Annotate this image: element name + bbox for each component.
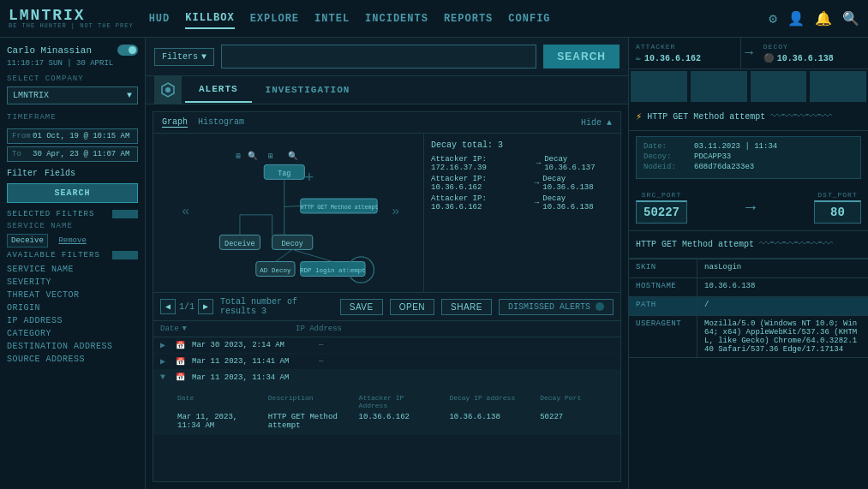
company-select[interactable]: LMNTRIX ▼ <box>7 86 138 104</box>
filter-threat-vector[interactable]: THREAT VECTOR <box>7 289 138 301</box>
graph-tab-graph[interactable]: Graph <box>162 117 188 128</box>
svg-line-28 <box>292 249 332 261</box>
filter-destination-address[interactable]: DESTINATION ADDRESS <box>7 340 138 353</box>
dt-skin-val: nasLogin <box>697 259 868 277</box>
detail-val-desc: HTTP GET Method attempt <box>268 413 342 430</box>
detail-table: SKIN nasLogin HOSTNAME 10.36.6.138 PATH … <box>629 259 868 489</box>
info-date-val: 03.11.2023 | 11:34 <box>694 142 777 151</box>
company-label: SELECT COMPANY <box>7 75 138 83</box>
expand-icon: ▶ <box>160 340 169 350</box>
nav-item-config[interactable]: CONFIG <box>508 9 550 28</box>
nav-item-intel[interactable]: INTEL <box>314 9 350 28</box>
row-date: Mar 11 2023, 11:34 AM <box>192 373 312 382</box>
filter-items-list: SERVICE NAME SEVERITY THREAT VECTOR ORIG… <box>7 263 138 366</box>
color-bar-3 <box>751 71 807 102</box>
filter-link[interactable]: Filter <box>7 169 38 178</box>
open-button[interactable]: OPEN <box>390 299 434 315</box>
filter-category[interactable]: CaTeGoRY <box>7 327 138 340</box>
search-input[interactable] <box>221 45 536 69</box>
table-row[interactable]: ▶ 📅 Mar 11 2023, 11:41 AM — <box>153 354 620 370</box>
detail-val-date: Mar 11, 2023, 11:34 AM <box>177 413 251 430</box>
edit-icon: ✏ <box>636 53 641 63</box>
save-button[interactable]: SAVE <box>340 299 383 315</box>
detail-col-decay: Decay IP address <box>449 394 523 409</box>
tab-investigation[interactable]: INVESTIGATION <box>252 78 364 102</box>
filters-chevron: ▼ <box>201 52 207 62</box>
table-header: Date ▼ IP Address <box>153 321 620 337</box>
from-input[interactable]: From 01 Oct, 19 @ 10:15 AM <box>7 128 138 144</box>
search-icon[interactable]: 🔍 <box>842 10 859 27</box>
svg-point-1 <box>165 87 171 92</box>
detail-val-port: 50227 <box>540 413 614 430</box>
to-input[interactable]: To 30 Apr, 23 @ 11:07 AM <box>7 146 138 162</box>
nav-item-incidents[interactable]: INCIDENTS <box>365 9 428 28</box>
settings-icon[interactable]: ⚙ <box>769 10 777 27</box>
nav-icons: ⚙ 👤 🔔 🔍 <box>769 10 859 27</box>
nav-item-hud[interactable]: HUD <box>149 9 171 28</box>
nav-item-reports[interactable]: REPORTS <box>444 9 493 28</box>
available-filters-badge <box>112 251 138 259</box>
svg-text:🔍: 🔍 <box>289 151 299 161</box>
svg-line-27 <box>275 249 292 261</box>
available-filters-header: AVAILABLE FILTERS <box>7 251 138 259</box>
detail-row-path: PATH / <box>629 297 868 316</box>
decay-panel: Decay total: 3 Attacker IP: 172.16.37.39… <box>423 134 620 292</box>
fields-link[interactable]: Fields <box>45 169 75 178</box>
hide-button[interactable]: Hide ▲ <box>581 118 612 128</box>
bell-icon[interactable]: 🔔 <box>815 10 832 27</box>
table-container: Date ▼ IP Address ▶ 📅 Mar 30 2023, 2:14 … <box>153 320 620 435</box>
row-date: Mar 30 2023, 2:14 AM <box>192 341 312 349</box>
color-bar-1 <box>631 71 687 102</box>
squiggly-line: 〰〰〰〰〰 <box>770 109 861 125</box>
filter-ip-address[interactable]: iP ADDRESS <box>7 314 138 327</box>
color-bar-4 <box>810 71 866 102</box>
filters-button[interactable]: Filters ▼ <box>154 48 214 66</box>
attacker-decoy-row: Attacker ✏ 10.36.6.162 → Decoy ⚫ 10.36.6… <box>629 38 868 69</box>
page-next-button[interactable]: ▶ <box>198 299 213 314</box>
dismissed-alerts-button[interactable]: DISMISSED ALERTS <box>499 299 614 315</box>
decoy-edit-icon: ⚫ <box>763 53 774 63</box>
filter-origin[interactable]: ORIGIN <box>7 301 138 314</box>
remove-filter-link[interactable]: Remove <box>58 236 86 245</box>
filter-severity[interactable]: SEVERITY <box>7 276 138 289</box>
nav-item-explore[interactable]: EXPLORE <box>250 9 299 28</box>
col-date-header: Date ▼ <box>160 325 289 333</box>
calendar-icon: 📅 <box>176 373 185 382</box>
company-value: LMNTRIX <box>13 91 49 100</box>
attacker-ip: 10.36.6.162 <box>644 54 701 63</box>
svg-text:»: » <box>392 204 399 219</box>
sidebar-search-button[interactable]: SEARCH <box>7 183 138 203</box>
service-tag: Deceive <box>7 234 48 247</box>
timeframe-label: TIMEFRAME <box>7 113 138 122</box>
tab-alerts[interactable]: ALERTS <box>185 77 252 103</box>
search-submit-button[interactable]: SEARCH <box>543 45 620 69</box>
graph-tab-histogram[interactable]: Histogram <box>198 117 244 128</box>
ports-area: SRC_PORT 50227 → DST_PORT 80 <box>629 184 868 231</box>
src-port-value: 50227 <box>636 200 687 224</box>
user-toggle[interactable] <box>117 45 138 56</box>
tabs-row: ALERTS INVESTIGATION <box>146 76 628 104</box>
page-prev-button[interactable]: ◀ <box>160 299 176 314</box>
lightning-icon: ⚡ <box>636 110 642 123</box>
svg-text:Deceive: Deceive <box>224 240 255 248</box>
share-button[interactable]: SHARE <box>441 299 492 315</box>
filter-source-address[interactable]: sourcE ADDRESS <box>7 353 138 366</box>
filter-service-name[interactable]: SERVICE NAME <box>7 263 138 276</box>
user-icon[interactable]: 👤 <box>787 10 805 27</box>
squiggly-line-2: 〰〰〰〰〰〰 <box>759 236 861 253</box>
table-row[interactable]: ▶ 📅 Mar 30 2023, 2:14 AM — <box>153 337 620 354</box>
nav-item-killbox[interactable]: KILLBOX <box>185 9 234 29</box>
src-port-group: SRC_PORT 50227 <box>636 191 687 224</box>
detail-values: Mar 11, 2023, 11:34 AM HTTP GET Method a… <box>177 413 614 430</box>
method-text: HTTP GET Method attempt <box>647 112 765 122</box>
selected-filters-header: SELECTED FILTERS <box>7 210 138 218</box>
detail-col-desc: Description <box>268 394 342 409</box>
logo: LMNTRIX BE THE HUNTER | NOT THE PREY <box>9 8 134 29</box>
method-label-2: HTTP GET Method attempt 〰〰〰〰〰〰 <box>629 231 868 259</box>
svg-text:⊞: ⊞ <box>236 152 241 161</box>
from-value: 01 Oct, 19 @ 10:15 AM <box>33 132 129 140</box>
info-nodeid-val: 608d76da233e3 <box>694 163 754 171</box>
table-row-expanded[interactable]: ▼ 📅 Mar 11 2023, 11:34 AM Date Descripti… <box>153 370 620 435</box>
svg-text:⊞: ⊞ <box>268 152 273 161</box>
detail-col-date: Date <box>177 394 251 409</box>
